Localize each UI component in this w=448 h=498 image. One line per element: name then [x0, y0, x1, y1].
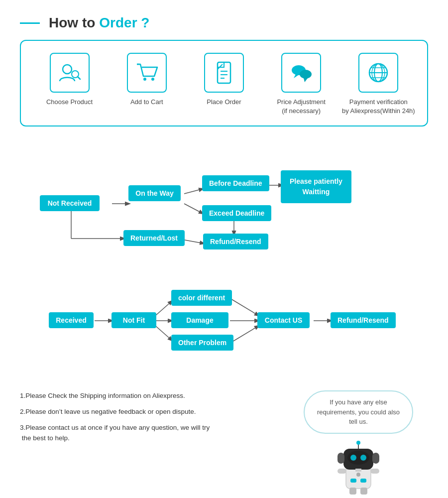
payment-verification-icon-box [358, 53, 398, 93]
add-to-cart-icon-box [127, 53, 167, 93]
svg-rect-42 [355, 469, 361, 472]
step-choose-product: Choose Product [32, 53, 107, 107]
please-waiting-node: Please patientlyWaitting [281, 170, 351, 203]
svg-line-28 [155, 301, 172, 316]
svg-line-30 [155, 326, 172, 341]
svg-rect-48 [349, 488, 356, 495]
notes-text: 1.Please Check the Shipping information … [20, 390, 279, 448]
price-adjustment-icon-box [281, 53, 321, 93]
svg-rect-41 [372, 453, 379, 464]
flowchart-top: Not Received On the Way Returned/Lost Be… [15, 151, 433, 266]
title-highlight: Order ? [99, 15, 149, 31]
step-price-adjustment: Price Adjustment(if necessary) [264, 53, 338, 116]
svg-point-0 [63, 65, 72, 74]
robot-icon [329, 439, 388, 498]
svg-point-3 [143, 78, 146, 81]
note-3: 3.Please contact us at once if you have … [20, 422, 279, 444]
step-payment-verification: Payment verificationby Aliexpress(Within… [341, 53, 416, 116]
contact-us-node: Contact US [257, 312, 310, 328]
not-received-node: Not Received [40, 195, 100, 211]
price-adjustment-label: Price Adjustment(if necessary) [277, 98, 326, 116]
received-node: Received [49, 312, 94, 328]
notes-section: 1.Please Check the Shipping information … [0, 385, 448, 498]
svg-marker-13 [304, 78, 308, 82]
exceed-deadline-node: Exceed Deadline [202, 205, 271, 221]
place-order-label: Place Order [207, 98, 241, 107]
svg-rect-40 [337, 453, 344, 464]
before-deadline-node: Before Deadline [202, 175, 269, 191]
title-line [20, 22, 40, 24]
title-prefix: How to [49, 15, 95, 31]
robot-bubble: If you have any else requirements, you c… [304, 390, 413, 434]
svg-point-39 [360, 455, 366, 461]
svg-point-4 [151, 78, 154, 81]
not-fit-node: Not Fit [112, 312, 156, 328]
flowchart-bottom: Received Not Fit color different Damage … [15, 271, 433, 371]
speech-bubbles-icon [289, 60, 314, 85]
svg-point-51 [356, 441, 360, 445]
section-title: How to Order ? [20, 15, 428, 31]
choose-product-label: Choose Product [46, 98, 93, 107]
svg-point-38 [350, 455, 356, 461]
svg-rect-44 [350, 479, 356, 483]
svg-line-33 [230, 326, 259, 343]
place-order-icon-box [204, 53, 244, 93]
svg-point-12 [300, 70, 312, 79]
note-1: 1.Please Check the Shipping information … [20, 390, 279, 401]
order-steps-box: Choose Product Add to Cart [20, 40, 428, 126]
color-different-node: color different [171, 290, 232, 306]
svg-rect-46 [337, 469, 346, 474]
svg-line-31 [230, 298, 259, 316]
svg-rect-47 [370, 469, 379, 474]
cart-icon [134, 60, 159, 85]
flowchart-top-section: Not Received On the Way Returned/Lost Be… [0, 136, 448, 385]
other-problem-node: Other Problem [171, 335, 233, 351]
person-search-icon [57, 60, 82, 85]
refund-resend-top-node: Refund/Resend [203, 234, 268, 249]
robot-area: If you have any else requirements, you c… [289, 390, 428, 498]
choose-product-icon-box [50, 53, 90, 93]
svg-line-22 [184, 189, 203, 194]
payment-verification-label: Payment verificationby Aliexpress(Within… [342, 98, 415, 116]
globe-icon [366, 60, 391, 85]
how-to-order-section: How to Order ? Choose Product [0, 0, 448, 136]
on-the-way-node: On the Way [128, 185, 181, 201]
svg-point-43 [356, 473, 360, 477]
returned-lost-node: Returned/Lost [123, 230, 185, 246]
damage-node: Damage [171, 312, 228, 328]
document-icon [212, 60, 236, 85]
note-2: 2.Please don’t leave us negative feedbac… [20, 406, 279, 417]
refund-resend-bottom-node: Refund/Resend [331, 312, 396, 328]
svg-line-2 [78, 77, 80, 79]
step-place-order: Place Order [187, 53, 261, 107]
svg-line-23 [184, 204, 203, 214]
svg-rect-49 [360, 488, 367, 495]
svg-rect-45 [360, 479, 366, 483]
step-add-to-cart: Add to Cart [110, 53, 184, 107]
add-to-cart-label: Add to Cart [130, 98, 163, 107]
